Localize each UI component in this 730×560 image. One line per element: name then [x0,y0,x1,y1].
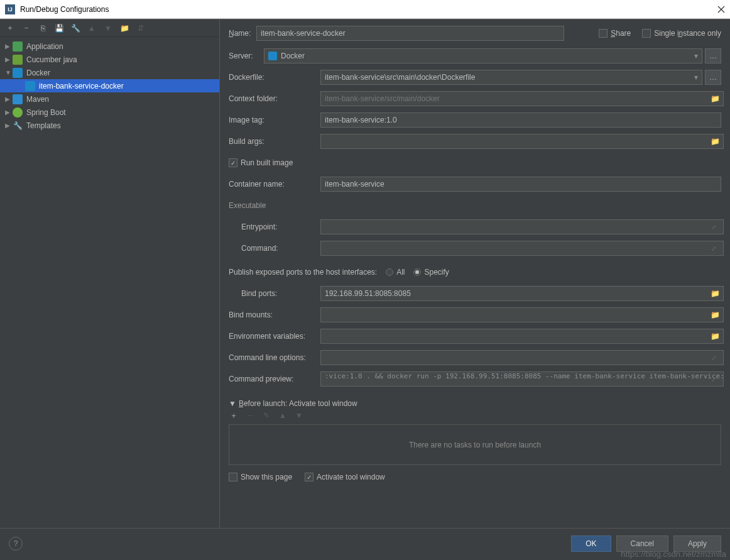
activate-checkbox[interactable]: Activate tool window [305,473,385,481]
ok-button[interactable]: OK [571,535,611,552]
expand-icon[interactable]: ⤢ [711,354,721,361]
container-input[interactable] [320,177,721,192]
run-built-checkbox[interactable]: Run built image [229,158,293,167]
sort-icon[interactable]: ⇵ [136,23,146,33]
add-icon[interactable]: ＋ [229,410,239,420]
activate-label: Activate tool window [317,473,385,481]
wrench-icon: 🔧 [13,121,23,131]
publish-label: Publish exposed ports to the host interf… [229,268,377,277]
tree-item-templates[interactable]: ▶ 🔧 Templates [0,119,219,132]
bindports-row: Bind ports: 📁 [229,286,721,301]
name-input[interactable] [256,26,564,41]
application-icon [13,41,23,52]
down-icon[interactable]: ▼ [294,410,304,420]
runbuilt-row: Run built image [229,155,721,170]
remove-icon[interactable]: － [245,410,255,420]
entrypoint-row: Entrypoint: ⤢ [229,219,721,234]
name-label: Name: [229,29,256,38]
tree-item-application[interactable]: ▶ Application [0,40,219,53]
cancel-button[interactable]: Cancel [616,535,668,552]
sidebar-toolbar: ＋ － ⎘ 💾 🔧 ▲ ▼ 📁 ⇵ [0,19,219,37]
context-input[interactable] [320,91,724,106]
tree-item-cucumber[interactable]: ▶ Cucumber java [0,53,219,66]
edit-icon[interactable]: ✎ [261,410,271,420]
tree-label: Docker [26,69,50,77]
server-combo[interactable]: Docker ▾ [264,48,702,63]
server-label: Server: [229,52,264,60]
dockerfile-value: item-bank-service\src\main\docker\Docker… [325,73,475,82]
chevron-down-icon: ▾ [694,73,698,82]
add-icon[interactable]: ＋ [5,23,15,33]
tree-label: Templates [26,121,61,130]
sidebar: ＋ － ⎘ 💾 🔧 ▲ ▼ 📁 ⇵ ▶ Application ▶ Cucumb… [0,19,220,528]
tree-item-maven[interactable]: ▶ Maven [0,92,219,106]
tag-input[interactable] [320,113,721,128]
up-icon[interactable]: ▲ [87,23,97,33]
chevron-down-icon: ▾ [694,52,698,60]
container-label: Container name: [229,180,320,189]
dockerfile-browse-button[interactable]: … [705,70,721,85]
checkbox-icon [599,29,607,38]
folder-icon[interactable]: 📁 [709,332,721,341]
expand-icon[interactable]: ⤢ [711,224,721,231]
checkbox-icon [642,29,651,38]
mounts-label: Bind mounts: [229,310,320,319]
help-icon[interactable]: ? [9,537,23,551]
executable-section: Executable [229,198,721,213]
apply-button[interactable]: Apply [673,535,721,552]
footer: ? OK Cancel Apply [0,528,730,558]
dockerfile-row: Dockerfile: item-bank-service\src\main\d… [229,70,721,85]
mounts-input[interactable] [320,307,724,322]
command-input[interactable] [320,241,724,256]
single-instance-checkbox[interactable]: Single instance only [642,29,721,38]
buildargs-row: Build args: 📁 [229,134,721,149]
folder-icon[interactable]: 📁 [709,310,721,319]
tree-label: Spring Boot [26,108,66,117]
dockerfile-combo[interactable]: item-bank-service\src\main\docker\Docker… [320,70,702,85]
clo-row: Command line options: ⤢ [229,350,721,365]
folder-icon[interactable]: 📁 [709,94,721,103]
tree-item-springboot[interactable]: ▶ Spring Boot [0,106,219,119]
copy-icon[interactable]: ⎘ [38,23,48,33]
entrypoint-input[interactable] [320,219,724,234]
chevron-right-icon: ▶ [5,56,13,63]
publish-all-radio[interactable]: All [386,268,405,277]
clo-input[interactable] [320,350,724,365]
remove-icon[interactable]: － [21,23,31,33]
show-page-checkbox[interactable]: Show this page [229,473,292,481]
chevron-right-icon: ▶ [5,122,13,129]
buildargs-input[interactable] [320,134,724,149]
down-icon[interactable]: ▼ [103,23,113,33]
radio-icon [386,268,393,276]
dockerfile-label: Dockerfile: [229,73,320,82]
no-tasks-label: There are no tasks to run before launch [409,441,541,449]
share-checkbox[interactable]: Share [599,29,631,38]
docker-icon [13,68,23,78]
close-icon[interactable] [717,6,725,13]
save-icon[interactable]: 💾 [54,23,64,33]
folder-icon[interactable]: 📁 [709,289,721,298]
before-launch-list: There are no tasks to run before launch [229,424,721,465]
expand-icon[interactable]: ⤢ [711,376,721,383]
tree-item-docker-config[interactable]: item-bank-service-docker [0,79,219,92]
server-browse-button[interactable]: … [705,48,721,63]
expand-icon[interactable]: ⤢ [711,245,721,252]
up-icon[interactable]: ▲ [278,410,288,420]
tree-label: Maven [26,95,49,104]
bindports-input[interactable] [320,286,724,301]
folder-icon[interactable]: 📁 [709,137,721,146]
before-launch-label: Before launch: Activate tool window [239,399,357,408]
env-input[interactable] [320,329,724,344]
folder-icon[interactable]: 📁 [119,23,129,33]
tree-item-docker[interactable]: ▼ Docker [0,66,219,79]
buildargs-label: Build args: [229,137,320,146]
maven-icon [13,94,23,104]
before-launch-section: ▼ Before launch: Activate tool window ＋ … [229,399,721,481]
chevron-right-icon: ▶ [5,96,13,102]
before-launch-header[interactable]: ▼ Before launch: Activate tool window [229,399,721,408]
wrench-icon[interactable]: 🔧 [70,23,80,33]
chevron-down-icon: ▼ [5,69,13,76]
spring-icon [13,107,23,118]
preview-label: Command preview: [229,375,320,383]
publish-specify-radio[interactable]: Specify [413,268,449,277]
